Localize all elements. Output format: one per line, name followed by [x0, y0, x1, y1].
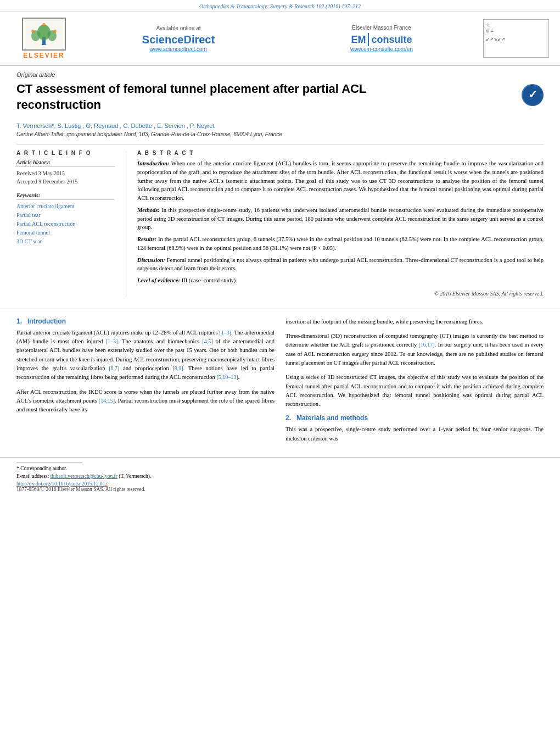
email-note: E-mail address: thibault.vermersch@chu-l…	[16, 472, 544, 480]
article-info-abstract-section: A R T I C L E I N F O Article history: R…	[16, 144, 544, 298]
issn-line: 1877-0568/© 2016 Elsevier Masson SAS. Al…	[16, 487, 544, 492]
sciencedirect-name: ScienceDirect	[88, 34, 269, 46]
article-content: Original article CT assessment of femora…	[0, 66, 560, 303]
ref-8-9: [8,9]	[172, 365, 183, 371]
svg-point-5	[53, 30, 57, 33]
ref-1-3a: [1–3]	[219, 330, 231, 336]
ref-14-15: [14,15]	[99, 398, 115, 404]
title-row: CT assessment of femoral tunnel placemen…	[16, 81, 544, 118]
received-date: Received 3 May 2015	[16, 169, 115, 177]
section1-heading: 1. Introduction	[16, 317, 275, 325]
methods-text: In this prospective single-centre study,…	[137, 207, 544, 231]
em-divider	[368, 33, 369, 46]
section1-title: Introduction	[27, 317, 66, 325]
abstract-discussion: Discussion: Femoral tunnel positioning i…	[137, 256, 544, 274]
emconsulte-url[interactable]: www.em-consulte.com/en	[291, 46, 472, 52]
accepted-date: Accepted 9 December 2015	[16, 177, 115, 186]
level-title: Level of evidence:	[137, 277, 180, 283]
section1-right-para1: insertion at the footprint of the missin…	[285, 317, 544, 326]
section1-right-para2: Three-dimensional (3D) reconstruction of…	[285, 332, 544, 367]
ref-5-10-13: [5,10–13]	[216, 374, 238, 380]
discussion-text: Femoral tunnel positioning is not always…	[137, 257, 544, 272]
svg-point-6	[42, 23, 46, 26]
section1-right-para3: Using a series of 3D reconstructed CT im…	[285, 373, 544, 409]
emconsulte-block: Elsevier Masson France EM consulte www.e…	[280, 25, 483, 52]
emconsulte-name: EM consulte	[291, 33, 472, 46]
available-online-text: Available online at	[88, 25, 269, 31]
right-block-content: ☆ ⊕ ≡ ↙↗↘↙↗	[486, 22, 546, 43]
corresponding-label: * Corresponding author.	[16, 466, 67, 471]
elsevier-logo-image	[22, 18, 66, 51]
ref-1-3b: [1–3]	[106, 338, 118, 344]
keyword-3: Partial ACL reconstruction	[16, 220, 115, 228]
crossmark-svg: ✓	[523, 85, 542, 105]
section2-para1: This was a prospective, single-centre st…	[285, 425, 544, 443]
abstract-text: Introduction: When one of the anterior c…	[137, 159, 544, 298]
discussion-title: Discussion:	[137, 257, 165, 263]
keyword-5: 3D CT scan	[16, 237, 115, 246]
keyword-2: Partial tear	[16, 211, 115, 220]
results-title: Results:	[137, 236, 156, 242]
crossmark-badge[interactable]: ✓	[522, 84, 544, 106]
journal-title: Orthopaedics & Traumatology: Surgery & R…	[199, 3, 361, 9]
article-history-section: Article history: Received 3 May 2015 Acc…	[16, 159, 115, 186]
abstract-methods: Methods: In this prospective single-cent…	[137, 206, 544, 232]
abstract-level: Level of evidence: III (case–control stu…	[137, 276, 544, 285]
keywords-list: Anterior cruciate ligament Partial tear …	[16, 202, 115, 246]
body-left-column: 1. Introduction Partial anterior cruciat…	[16, 317, 275, 449]
abstract-label: A B S T R A C T	[137, 150, 544, 156]
email-suffix: (T. Vermersch).	[119, 473, 151, 479]
ref-4-5: [4,5]	[202, 338, 212, 344]
elsevier-svg	[25, 20, 63, 48]
methods-title: Methods:	[137, 207, 160, 213]
affiliation: Centre Albert-Trillat, groupement hospit…	[16, 131, 544, 137]
keyword-1: Anterior cruciate ligament	[16, 202, 115, 211]
section1-para2: After ACL reconstruction, the IKDC score…	[16, 388, 275, 415]
authors: T. Vermersch*, S. Lustig , O. Reynaud , …	[16, 122, 544, 129]
abstract-results: Results: In the partial ACL reconstructi…	[137, 235, 544, 253]
sciencedirect-url[interactable]: www.sciencedirect.com	[88, 46, 269, 52]
intro-text: When one of the anterior cruciate ligame…	[137, 160, 544, 201]
level-text: III (case–control study).	[182, 277, 237, 283]
body-right-column: insertion at the footprint of the missin…	[285, 317, 544, 449]
corresponding-author-note: * Corresponding author.	[16, 465, 544, 472]
article-body: 1. Introduction Partial anterior cruciat…	[0, 309, 560, 454]
keyword-4: Femoral tunnel	[16, 228, 115, 237]
page: Orthopaedics & Traumatology: Surgery & R…	[0, 0, 560, 742]
article-info-column: A R T I C L E I N F O Article history: R…	[16, 150, 126, 298]
abstract-column: A B S T R A C T Introduction: When one o…	[126, 150, 544, 298]
section2-number: 2.	[285, 414, 291, 422]
email-address[interactable]: thibault.vermersch@chu-lyon.fr	[51, 473, 117, 479]
article-history-title: Article history:	[16, 159, 115, 167]
footer-divider	[16, 462, 82, 462]
article-type: Original article	[16, 71, 544, 78]
elsevier-masson-text: Elsevier Masson France	[291, 25, 472, 31]
section1-number: 1.	[16, 317, 22, 325]
abstract-introduction: Introduction: When one of the anterior c…	[137, 159, 544, 203]
branding-bar: ELSEVIER Available online at ScienceDire…	[0, 12, 560, 66]
section1-para1: Partial anterior cruciate ligament (ACL)…	[16, 328, 275, 382]
intro-title: Introduction:	[137, 160, 169, 166]
svg-text:✓: ✓	[528, 88, 537, 101]
footer-notes: * Corresponding author. E-mail address: …	[0, 457, 560, 495]
keywords-section: Keywords: Anterior cruciate ligament Par…	[16, 192, 115, 246]
journal-header: Orthopaedics & Traumatology: Surgery & R…	[0, 0, 560, 12]
elsevier-label: ELSEVIER	[23, 52, 64, 59]
ref-16-17: [16,17]	[418, 342, 434, 348]
right-info-block: ☆ ⊕ ≡ ↙↗↘↙↗	[483, 19, 549, 58]
article-info-label: A R T I C L E I N F O	[16, 150, 115, 156]
ref-6-7: [6,7]	[109, 365, 119, 371]
svg-point-4	[31, 30, 35, 33]
sciencedirect-block: Available online at ScienceDirect www.sc…	[77, 25, 280, 52]
doi-link[interactable]: http://dx.doi.org/10.1016/j.otsr.2015.12…	[16, 481, 544, 487]
elsevier-logo-block: ELSEVIER	[11, 18, 77, 59]
keywords-title: Keywords:	[16, 192, 115, 200]
results-text: In the partial ACL reconstruction group,…	[137, 236, 544, 251]
section2-heading: 2. Materials and methods	[285, 414, 544, 422]
article-title: CT assessment of femoral tunnel placemen…	[16, 81, 412, 113]
section2-title: Materials and methods	[296, 414, 368, 422]
email-label: E-mail address:	[16, 473, 49, 479]
abstract-copyright: © 2016 Elsevier Masson SAS. All rights r…	[137, 289, 544, 298]
